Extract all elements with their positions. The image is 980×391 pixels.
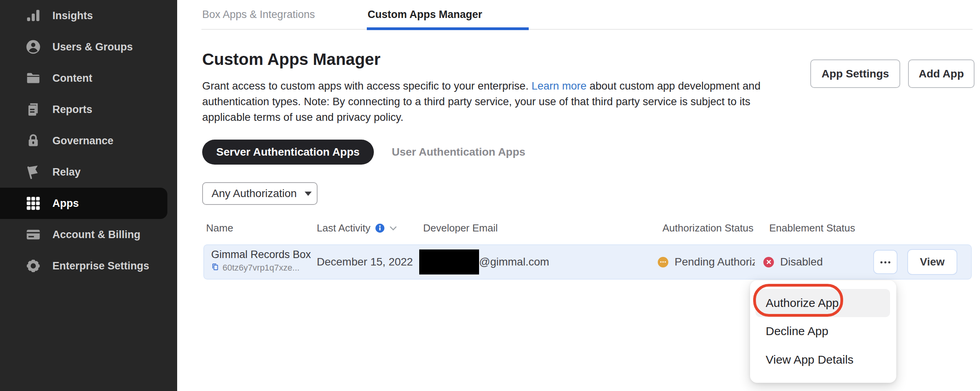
- add-app-button[interactable]: Add App: [908, 59, 975, 88]
- sidebar-item-enterprise-settings[interactable]: Enterprise Settings: [0, 250, 177, 282]
- sidebar-item-label: Enterprise Settings: [52, 260, 149, 272]
- dropdown-value: Any Authorization: [212, 187, 297, 200]
- server-authentication-apps-tab[interactable]: Server Authentication Apps: [202, 140, 374, 165]
- app-name-cell: Gimmal Records Box 60tz6y7vrp1q7xze...: [211, 249, 311, 273]
- credit-card-icon: [24, 226, 42, 244]
- row-actions-context-menu: Authorize App Decline App View App Detai…: [750, 280, 896, 383]
- sidebar-item-label: Reports: [52, 104, 92, 116]
- ellipsis-icon: [880, 258, 891, 265]
- custom-apps-manager-page: Insights Users & Groups Content Reports: [0, 0, 980, 391]
- sidebar-item-users-groups[interactable]: Users & Groups: [0, 31, 177, 63]
- column-header-last-activity: Last Activity: [317, 222, 397, 234]
- tab-custom-apps-manager[interactable]: Custom Apps Manager: [368, 9, 482, 21]
- grid-icon: [24, 194, 42, 212]
- sidebar-item-relay[interactable]: Relay: [0, 156, 177, 188]
- user-authentication-apps-tab[interactable]: User Authentication Apps: [392, 146, 526, 158]
- view-button[interactable]: View: [907, 249, 957, 275]
- enablement-status-text: Disabled: [780, 256, 823, 268]
- column-header-enablement-status: Enablement Status: [769, 222, 855, 234]
- sidebar-item-label: Insights: [52, 10, 93, 22]
- sidebar-item-label: Governance: [52, 135, 113, 147]
- auth-type-segmented-control: Server Authentication Apps User Authenti…: [202, 140, 525, 165]
- menu-item-authorize-app[interactable]: Authorize App: [756, 289, 890, 317]
- sidebar-item-apps[interactable]: Apps: [0, 188, 167, 219]
- caret-down-icon: [305, 192, 312, 196]
- email-domain: @gimmal.com: [479, 256, 549, 268]
- sidebar-item-reports[interactable]: Reports: [0, 94, 177, 125]
- last-activity-cell: December 15, 2022: [317, 245, 413, 279]
- gear-icon: [24, 257, 42, 275]
- page-description: Grant access to custom apps with access …: [202, 78, 776, 125]
- authorization-filter-dropdown[interactable]: Any Authorization: [202, 182, 318, 205]
- ellipsis-badge-icon: [658, 257, 668, 267]
- sidebar-item-label: Apps: [52, 197, 79, 210]
- bar-chart-icon: [24, 7, 42, 25]
- menu-item-view-app-details[interactable]: View App Details: [756, 348, 890, 371]
- column-header-label: Last Activity: [317, 222, 370, 234]
- table-row: Gimmal Records Box 60tz6y7vrp1q7xze... D…: [203, 244, 972, 280]
- sidebar: Insights Users & Groups Content Reports: [0, 0, 177, 391]
- description-text: Grant access to custom apps with access …: [202, 80, 531, 92]
- app-settings-button[interactable]: App Settings: [810, 59, 900, 88]
- menu-item-decline-app[interactable]: Decline App: [756, 319, 890, 343]
- active-tab-underline: [367, 27, 529, 30]
- folder-icon: [24, 69, 42, 87]
- sidebar-item-governance[interactable]: Governance: [0, 125, 177, 156]
- lock-icon: [24, 132, 42, 150]
- authorization-status-text: Pending Authoriza: [675, 256, 755, 268]
- sidebar-item-label: Users & Groups: [52, 41, 133, 53]
- tab-divider: [201, 29, 973, 30]
- chevron-down-icon[interactable]: [389, 226, 397, 231]
- sidebar-item-label: Content: [52, 72, 92, 84]
- app-name: Gimmal Records Box: [211, 249, 311, 261]
- developer-email-cell: @gimmal.com: [419, 245, 549, 279]
- column-header-authorization-status: Authorization Status: [662, 222, 754, 234]
- user-circle-icon: [24, 38, 42, 56]
- redacted-email-box: [419, 249, 479, 274]
- row-more-actions-button[interactable]: [873, 250, 897, 274]
- info-icon[interactable]: [375, 223, 385, 233]
- sidebar-item-label: Relay: [52, 166, 81, 178]
- sidebar-item-label: Account & Billing: [52, 229, 140, 241]
- sidebar-item-content[interactable]: Content: [0, 63, 177, 94]
- copy-icon[interactable]: [211, 263, 219, 273]
- page-title: Custom Apps Manager: [202, 50, 381, 69]
- enablement-status-cell: Disabled: [763, 245, 823, 279]
- learn-more-link[interactable]: Learn more: [531, 80, 587, 92]
- report-icon: [24, 100, 42, 118]
- column-header-name: Name: [206, 222, 233, 234]
- column-header-developer-email: Developer Email: [423, 222, 498, 234]
- x-badge-icon: [763, 257, 774, 267]
- sidebar-item-insights[interactable]: Insights: [0, 0, 177, 31]
- sidebar-item-account-billing[interactable]: Account & Billing: [0, 219, 177, 250]
- tab-box-apps-integrations[interactable]: Box Apps & Integrations: [202, 9, 315, 21]
- app-id: 60tz6y7vrp1q7xze...: [223, 263, 300, 273]
- flag-icon: [24, 163, 42, 181]
- authorization-status-cell: Pending Authoriza: [658, 245, 755, 279]
